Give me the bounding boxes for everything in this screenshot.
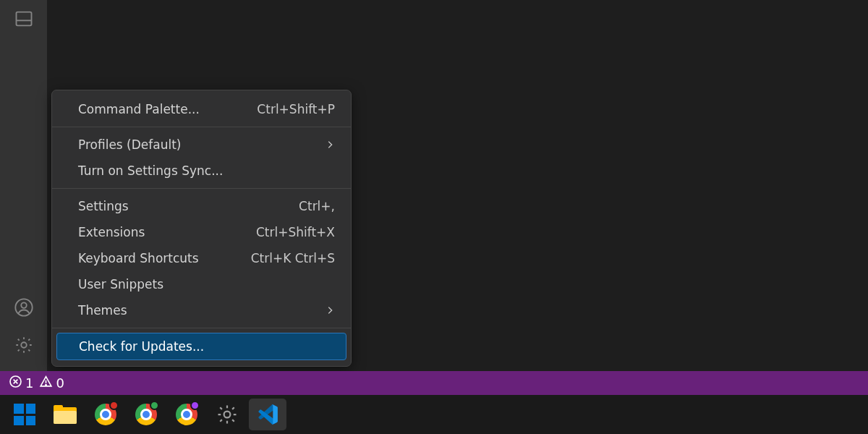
menu-shortcut: Ctrl+Shift+P — [257, 101, 335, 117]
svg-point-8 — [224, 412, 231, 418]
chrome-2[interactable] — [127, 399, 165, 430]
menu-separator — [52, 188, 351, 189]
menu-label: Command Palette... — [78, 101, 257, 117]
chrome-icon — [135, 404, 157, 425]
menu-item-extensions[interactable]: Extensions Ctrl+Shift+X — [52, 219, 351, 245]
menu-item-check-for-updates[interactable]: Check for Updates... — [56, 333, 346, 360]
menu-shortcut: Ctrl+, — [299, 198, 335, 214]
menu-label: Keyboard Shortcuts — [78, 250, 251, 266]
svg-point-4 — [21, 342, 26, 347]
svg-rect-0 — [16, 12, 31, 26]
menu-label: Settings — [78, 198, 299, 214]
menu-label: User Snippets — [78, 276, 335, 292]
warning-count: 0 — [56, 375, 64, 391]
chevron-right-icon — [325, 140, 335, 150]
menu-item-command-palette[interactable]: Command Palette... Ctrl+Shift+P — [52, 96, 351, 122]
menu-label: Profiles (Default) — [78, 137, 325, 153]
error-count: 1 — [25, 375, 33, 391]
windows-icon — [14, 404, 35, 425]
menu-label: Turn on Settings Sync... — [78, 163, 335, 179]
folder-icon — [54, 405, 77, 424]
svg-point-3 — [21, 302, 26, 307]
status-warnings[interactable]: 0 — [38, 375, 65, 391]
menu-item-profiles[interactable]: Profiles (Default) — [52, 132, 351, 158]
status-errors[interactable]: 1 — [7, 375, 35, 391]
chrome-1[interactable] — [87, 399, 124, 430]
chevron-right-icon — [325, 305, 335, 315]
menu-item-settings-sync[interactable]: Turn on Settings Sync... — [52, 158, 351, 184]
menu-label: Extensions — [78, 224, 256, 240]
menu-label: Check for Updates... — [79, 339, 334, 354]
chrome-icon — [176, 404, 197, 425]
account-icon[interactable] — [0, 289, 47, 326]
vscode-app[interactable] — [249, 399, 286, 430]
gear-icon — [216, 404, 238, 425]
menu-shortcut: Ctrl+Shift+X — [256, 224, 335, 240]
windows-taskbar — [0, 395, 868, 434]
activity-bar — [0, 0, 47, 371]
panel-icon[interactable] — [0, 0, 47, 38]
settings-app[interactable] — [208, 399, 246, 430]
chrome-icon — [95, 404, 116, 425]
chrome-3[interactable] — [168, 399, 205, 430]
warning-icon — [39, 375, 53, 391]
vscode-icon — [257, 404, 278, 425]
file-explorer[interactable] — [46, 399, 84, 430]
gear-icon[interactable] — [0, 326, 47, 364]
menu-separator — [52, 328, 351, 328]
menu-label: Themes — [78, 302, 325, 318]
menu-item-settings[interactable]: Settings Ctrl+, — [52, 193, 351, 219]
menu-separator — [52, 127, 351, 127]
menu-shortcut: Ctrl+K Ctrl+S — [251, 250, 335, 266]
menu-item-themes[interactable]: Themes — [52, 297, 351, 323]
svg-point-7 — [46, 385, 46, 386]
menu-item-user-snippets[interactable]: User Snippets — [52, 271, 351, 297]
start-button[interactable] — [6, 399, 43, 430]
error-icon — [9, 375, 22, 391]
menu-item-keyboard-shortcuts[interactable]: Keyboard Shortcuts Ctrl+K Ctrl+S — [52, 245, 351, 271]
manage-context-menu: Command Palette... Ctrl+Shift+P Profiles… — [51, 90, 352, 367]
status-bar: 1 0 — [0, 371, 868, 395]
